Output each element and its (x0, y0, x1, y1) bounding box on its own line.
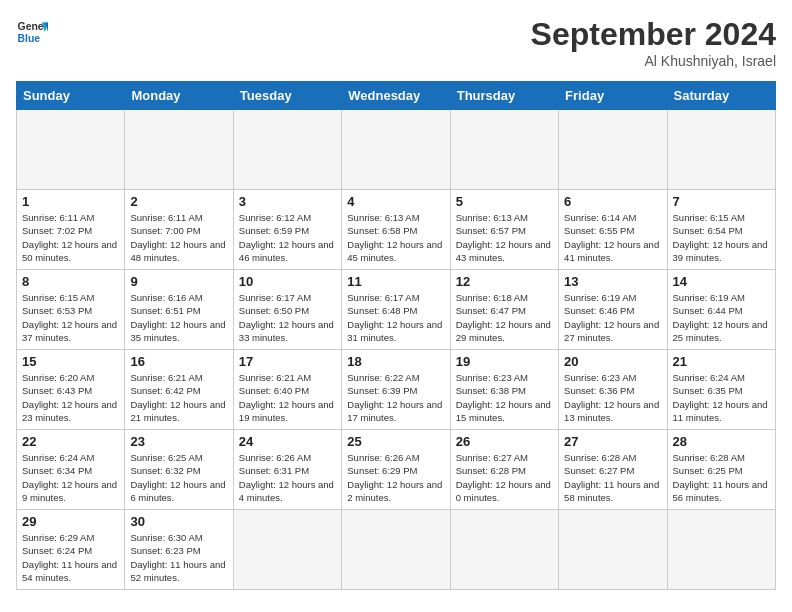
day-detail: Sunrise: 6:26 AMSunset: 6:31 PMDaylight:… (239, 451, 336, 504)
day-detail: Sunrise: 6:15 AMSunset: 6:53 PMDaylight:… (22, 291, 119, 344)
day-number: 11 (347, 274, 444, 289)
day-detail: Sunrise: 6:23 AMSunset: 6:38 PMDaylight:… (456, 371, 553, 424)
calendar-cell: 8Sunrise: 6:15 AMSunset: 6:53 PMDaylight… (17, 270, 125, 350)
calendar-cell: 24Sunrise: 6:26 AMSunset: 6:31 PMDayligh… (233, 430, 341, 510)
calendar-cell: 21Sunrise: 6:24 AMSunset: 6:35 PMDayligh… (667, 350, 775, 430)
calendar-cell: 12Sunrise: 6:18 AMSunset: 6:47 PMDayligh… (450, 270, 558, 350)
day-number: 26 (456, 434, 553, 449)
calendar-cell (233, 110, 341, 190)
day-detail: Sunrise: 6:19 AMSunset: 6:46 PMDaylight:… (564, 291, 661, 344)
calendar-table: SundayMondayTuesdayWednesdayThursdayFrid… (16, 81, 776, 590)
calendar-cell: 23Sunrise: 6:25 AMSunset: 6:32 PMDayligh… (125, 430, 233, 510)
day-number: 15 (22, 354, 119, 369)
day-number: 10 (239, 274, 336, 289)
day-number: 18 (347, 354, 444, 369)
calendar-cell: 3Sunrise: 6:12 AMSunset: 6:59 PMDaylight… (233, 190, 341, 270)
day-number: 12 (456, 274, 553, 289)
day-detail: Sunrise: 6:13 AMSunset: 6:57 PMDaylight:… (456, 211, 553, 264)
calendar-cell: 2Sunrise: 6:11 AMSunset: 7:00 PMDaylight… (125, 190, 233, 270)
calendar-cell: 27Sunrise: 6:28 AMSunset: 6:27 PMDayligh… (559, 430, 667, 510)
day-detail: Sunrise: 6:27 AMSunset: 6:28 PMDaylight:… (456, 451, 553, 504)
calendar-cell (342, 110, 450, 190)
calendar-cell: 20Sunrise: 6:23 AMSunset: 6:36 PMDayligh… (559, 350, 667, 430)
calendar-cell: 25Sunrise: 6:26 AMSunset: 6:29 PMDayligh… (342, 430, 450, 510)
calendar-cell (342, 510, 450, 590)
day-detail: Sunrise: 6:24 AMSunset: 6:35 PMDaylight:… (673, 371, 770, 424)
calendar-cell: 19Sunrise: 6:23 AMSunset: 6:38 PMDayligh… (450, 350, 558, 430)
day-detail: Sunrise: 6:26 AMSunset: 6:29 PMDaylight:… (347, 451, 444, 504)
calendar-cell: 26Sunrise: 6:27 AMSunset: 6:28 PMDayligh… (450, 430, 558, 510)
day-detail: Sunrise: 6:21 AMSunset: 6:42 PMDaylight:… (130, 371, 227, 424)
title-block: September 2024 Al Khushniyah, Israel (531, 16, 776, 69)
calendar-cell: 16Sunrise: 6:21 AMSunset: 6:42 PMDayligh… (125, 350, 233, 430)
day-detail: Sunrise: 6:18 AMSunset: 6:47 PMDaylight:… (456, 291, 553, 344)
weekday-header-thursday: Thursday (450, 82, 558, 110)
day-detail: Sunrise: 6:11 AMSunset: 7:00 PMDaylight:… (130, 211, 227, 264)
day-detail: Sunrise: 6:23 AMSunset: 6:36 PMDaylight:… (564, 371, 661, 424)
weekday-header-tuesday: Tuesday (233, 82, 341, 110)
calendar-week-1 (17, 110, 776, 190)
day-detail: Sunrise: 6:11 AMSunset: 7:02 PMDaylight:… (22, 211, 119, 264)
calendar-cell (450, 510, 558, 590)
page-header: General Blue September 2024 Al Khushniya… (16, 16, 776, 69)
day-number: 6 (564, 194, 661, 209)
day-number: 16 (130, 354, 227, 369)
weekday-header-monday: Monday (125, 82, 233, 110)
day-detail: Sunrise: 6:15 AMSunset: 6:54 PMDaylight:… (673, 211, 770, 264)
calendar-cell: 13Sunrise: 6:19 AMSunset: 6:46 PMDayligh… (559, 270, 667, 350)
weekday-header-wednesday: Wednesday (342, 82, 450, 110)
day-detail: Sunrise: 6:14 AMSunset: 6:55 PMDaylight:… (564, 211, 661, 264)
day-number: 21 (673, 354, 770, 369)
day-number: 2 (130, 194, 227, 209)
day-number: 24 (239, 434, 336, 449)
calendar-week-2: 1Sunrise: 6:11 AMSunset: 7:02 PMDaylight… (17, 190, 776, 270)
day-number: 22 (22, 434, 119, 449)
calendar-cell (667, 110, 775, 190)
day-detail: Sunrise: 6:24 AMSunset: 6:34 PMDaylight:… (22, 451, 119, 504)
day-number: 14 (673, 274, 770, 289)
day-number: 13 (564, 274, 661, 289)
day-number: 30 (130, 514, 227, 529)
logo: General Blue (16, 16, 48, 48)
day-number: 17 (239, 354, 336, 369)
day-detail: Sunrise: 6:19 AMSunset: 6:44 PMDaylight:… (673, 291, 770, 344)
calendar-cell: 7Sunrise: 6:15 AMSunset: 6:54 PMDaylight… (667, 190, 775, 270)
day-number: 9 (130, 274, 227, 289)
calendar-cell: 29Sunrise: 6:29 AMSunset: 6:24 PMDayligh… (17, 510, 125, 590)
day-number: 7 (673, 194, 770, 209)
day-detail: Sunrise: 6:20 AMSunset: 6:43 PMDaylight:… (22, 371, 119, 424)
location: Al Khushniyah, Israel (531, 53, 776, 69)
day-number: 3 (239, 194, 336, 209)
calendar-cell: 4Sunrise: 6:13 AMSunset: 6:58 PMDaylight… (342, 190, 450, 270)
calendar-cell: 9Sunrise: 6:16 AMSunset: 6:51 PMDaylight… (125, 270, 233, 350)
calendar-week-5: 22Sunrise: 6:24 AMSunset: 6:34 PMDayligh… (17, 430, 776, 510)
day-detail: Sunrise: 6:28 AMSunset: 6:25 PMDaylight:… (673, 451, 770, 504)
calendar-cell (233, 510, 341, 590)
calendar-week-4: 15Sunrise: 6:20 AMSunset: 6:43 PMDayligh… (17, 350, 776, 430)
day-detail: Sunrise: 6:28 AMSunset: 6:27 PMDaylight:… (564, 451, 661, 504)
calendar-week-3: 8Sunrise: 6:15 AMSunset: 6:53 PMDaylight… (17, 270, 776, 350)
calendar-cell: 30Sunrise: 6:30 AMSunset: 6:23 PMDayligh… (125, 510, 233, 590)
logo-icon: General Blue (16, 16, 48, 48)
calendar-cell: 15Sunrise: 6:20 AMSunset: 6:43 PMDayligh… (17, 350, 125, 430)
weekday-header-friday: Friday (559, 82, 667, 110)
calendar-cell: 5Sunrise: 6:13 AMSunset: 6:57 PMDaylight… (450, 190, 558, 270)
day-detail: Sunrise: 6:25 AMSunset: 6:32 PMDaylight:… (130, 451, 227, 504)
calendar-week-6: 29Sunrise: 6:29 AMSunset: 6:24 PMDayligh… (17, 510, 776, 590)
day-detail: Sunrise: 6:30 AMSunset: 6:23 PMDaylight:… (130, 531, 227, 584)
day-number: 5 (456, 194, 553, 209)
calendar-cell: 28Sunrise: 6:28 AMSunset: 6:25 PMDayligh… (667, 430, 775, 510)
day-detail: Sunrise: 6:17 AMSunset: 6:50 PMDaylight:… (239, 291, 336, 344)
calendar-cell: 17Sunrise: 6:21 AMSunset: 6:40 PMDayligh… (233, 350, 341, 430)
day-detail: Sunrise: 6:29 AMSunset: 6:24 PMDaylight:… (22, 531, 119, 584)
calendar-cell: 18Sunrise: 6:22 AMSunset: 6:39 PMDayligh… (342, 350, 450, 430)
day-number: 8 (22, 274, 119, 289)
day-number: 23 (130, 434, 227, 449)
weekday-header-sunday: Sunday (17, 82, 125, 110)
day-number: 1 (22, 194, 119, 209)
day-number: 4 (347, 194, 444, 209)
day-number: 25 (347, 434, 444, 449)
calendar-cell (559, 510, 667, 590)
calendar-cell (559, 110, 667, 190)
day-detail: Sunrise: 6:16 AMSunset: 6:51 PMDaylight:… (130, 291, 227, 344)
